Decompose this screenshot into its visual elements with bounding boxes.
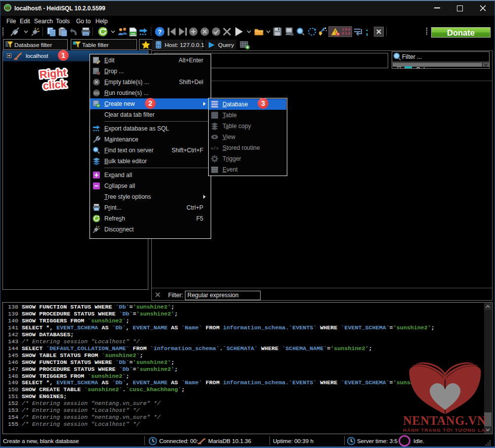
svg-text:Donate: Donate [447,28,475,37]
svg-text:HS: HS [5,6,10,10]
svg-text:?: ? [158,28,162,36]
svg-text:csv: csv [131,32,135,35]
svg-text:</>: </> [211,146,219,151]
svg-text:GO: GO [94,91,99,95]
svg-text:HÀNH TRANG TỚI TƯƠNG LAI: HÀNH TRANG TỚI TƯƠNG LAI [403,427,487,433]
svg-text:!: ! [334,30,336,35]
svg-text:NENTANG.VN: NENTANG.VN [403,414,486,427]
svg-text:click: click [43,78,67,92]
